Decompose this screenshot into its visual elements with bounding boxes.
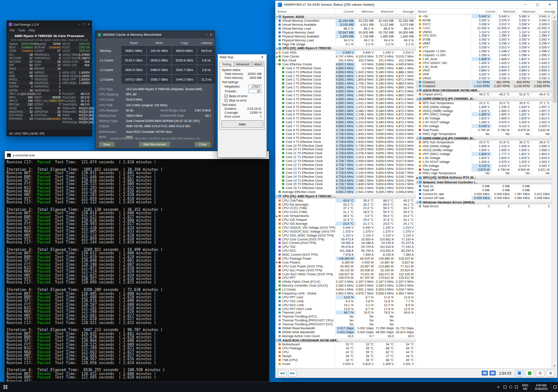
zentimings-titlebar[interactable]: ZenTimings 1.2.9 ─ ▢ ✕ [7,21,92,28]
sensor-row[interactable]: ▶Core Clocks4,747.4 MHz4,100.6 MHz5,757.… [276,54,415,58]
sensor-row[interactable]: Core 4 T0 Effective Clock4,655.1 MHz1,94… [276,97,415,101]
sensor-row[interactable]: Core 0 T0 Effective Clock4,669.9 MHz0.0 … [276,66,415,70]
tab-about[interactable]: About [252,62,264,66]
sensor-row[interactable]: 1.8V_RUN1.814 V1.814 V1.814 V1.814 V [416,65,551,69]
sensor-row[interactable]: VDD (SWA) Voltage1.605 V1.215 V1.605 V1.… [416,144,551,148]
sensor-row[interactable]: CPU IOD Hotspot31.5 °C29.0 °C37.8 °C34.1… [276,218,415,222]
minimize-button[interactable]: ─ [78,23,80,26]
sensor-row[interactable]: Total Errors0000 [416,204,551,208]
hwinfo-section[interactable]: ▼ASUS ROG CROSSHAIR X670E HER... [276,338,415,343]
settings-button[interactable]: ⚙ [536,370,544,377]
sensor-row[interactable]: Total DL0 MB0 MB0 MB [416,184,551,188]
sensor-row[interactable]: Thermal Throttling (HTC)NoNoNo [276,314,415,318]
sensor-row[interactable]: ▶L3 Clocks4,644.1 MHz4,591.1 MHz5,593.9 … [276,287,415,291]
hwinfo-section[interactable]: ▼DDR5 DIMM [#1] (P0 CHANNEL A/... [416,96,551,101]
sensor-row[interactable]: CPU TDC Limit9.9 %3.8 %11.8 %7.7 % [276,299,415,303]
sensor-row[interactable]: Physical Memory Load94.3 %94.1 %94.4 %94… [276,38,415,42]
hwinfo-titlebar[interactable]: HWiNFO64 v7.34-4930 Sensor Status [255 v… [276,1,557,9]
sensor-row[interactable]: Infinity Fabric Clock (FCLK)2,167.0 MHz2… [276,280,415,284]
sensor-row[interactable]: CPU PPT FAST Limit13.6 %8.7 %17.6 %12.6 … [276,307,415,311]
sensor-row[interactable]: Total Power0.750 W0.750 W6.875 W3.610 W [416,128,551,132]
tray-icon-1[interactable] [504,385,507,389]
sensor-row[interactable]: VIN102.032 V2.032 V2.032 V2.032 V [416,76,551,80]
sensor-row[interactable]: Average Active Core Count16.09.716.016.0 [276,334,415,338]
sensor-row[interactable]: CPU Core Current (SVI3 TFN)99.473 A29.50… [276,237,415,241]
sensor-row[interactable]: CPU PPT136.079 W87.202 W175.612 W125.512… [276,276,415,280]
sensor-row[interactable]: Core 12 T1 Effective Clock4,728.7 MHz3,1… [276,163,415,167]
sensor-row[interactable]: PMIC High TemperatureNoNoNoNo [416,171,551,175]
sensor-row[interactable]: Core 5 T0 Effective Clock4,655.2 MHz2,07… [276,105,415,109]
close-button[interactable]: ✕ [260,55,265,59]
sensor-row[interactable]: SPD Hub Temperature22.0 °C21.8 °C30.3 °C… [416,140,551,144]
sensor-row[interactable]: CPU Die (average)43.3 °C35.2 °C69.9 °C44… [276,203,415,206]
hwinfo-section-collapsed[interactable]: ▶GPU [#0]: NVIDIA GeForce RTX 30... [416,175,551,180]
sensor-row[interactable]: Core 2 T1 Effective Clock4,655.1 MHz1,77… [276,85,415,89]
sensor-row[interactable]: VIN Voltage5.110 V4.410 V5.110 V4.942 V [416,164,551,168]
hwinfo-section[interactable]: ▼Windows Hardware Errors (WHEA) [416,200,551,205]
close-button[interactable]: ✕ [210,33,212,37]
sensor-row[interactable]: DRAM Read Bandwidth0.017 Gbps0.002 Gbps7… [276,326,415,330]
ramtest-titlebar[interactable]: RAM Test ✕ [218,54,266,61]
sensor-row[interactable]: +5V5.040 V5.040 V5.080 V5.041 V [416,14,551,18]
sensor-row[interactable]: ▶Core VIDs0.945 V0.940 V1.240 V1.014 V [276,51,415,54]
tab-testing[interactable]: Testing [220,62,234,66]
sensor-row[interactable]: Core 11 T1 Effective Clock4,728.8 MHz3,3… [276,155,415,159]
tab-advanced[interactable]: Advanced [234,62,252,66]
sensor-row[interactable]: Core 6 T0 Effective Clock4,655.3 MHz2,10… [276,112,415,116]
sensor-row[interactable]: Core 3 T1 Effective Clock4,655.1 MHz1,90… [276,93,415,97]
sensor-row[interactable]: VBAT3.296 V3.296 V3.296 V3.296 V [416,41,551,45]
stop-on-error-checkbox[interactable]: ✓ [225,99,228,102]
sensor-row[interactable]: Total Power0.875 W0.750 W6.500 W3.621 W [416,168,551,172]
hwinfo-section[interactable]: ▼CPU [#0]: AMD Ryzen 9 7950X3D [276,46,415,51]
sensor-row[interactable]: Motherboard33 °C33 °C34 °C34 °C [276,342,415,346]
sensor-row[interactable]: CPU EDC101.308 A50.750 A123.500 A83.292 … [276,249,415,253]
sensor-row[interactable]: Memory Controller Clock (UCLK)3,300.0 MH… [276,284,415,287]
sensor-row[interactable]: Vcore0.924 V0.815 V1.305 V1.001 V [276,362,415,366]
hwinfo-scrollbar[interactable]: ▲ ▼ [551,14,557,368]
sensor-row[interactable]: ▶Core Temperatures38.0 °C0.0 °C69.4 °C34… [276,214,415,218]
megabytes-input[interactable]: 27627 [248,84,262,88]
forward-button[interactable]: ▶▶ [288,370,297,377]
sensor-row[interactable]: CPU Core Power (SVI3 TFN)93.902 W34.567 … [276,264,415,268]
start-button[interactable] [3,385,7,389]
sensor-row[interactable]: MISC Current (SVI3 TFN)7.678 A7.690 A8.1… [276,253,415,257]
sensor-row[interactable]: Core 4 T1 Effective Clock4,655.2 MHz2,01… [276,101,415,105]
sensor-row[interactable]: VDD (SWA) Voltage1.605 V1.230 V1.620 V1.… [416,105,551,109]
sensor-row[interactable]: +12V12.092 V12.000 V12.096 V12.092 V [416,26,551,30]
sensor-row[interactable]: Core 15 T1 Effective Clock4,728.6 MHz2,5… [276,186,415,190]
sensor-row[interactable]: CPU CCD2 (Tdie)41.1 °C18.5 °C54.9 °C34.9… [276,210,415,214]
sensor-row[interactable]: CPU IOD Average23.5 °C22.3 °C25.5 °C24.1… [276,222,415,226]
sensor-row[interactable]: Core 14 T1 Effective Clock4,728.6 MHz2,9… [276,179,415,182]
sensor-row[interactable]: Core 10 T0 Effective Clock4,728.8 MHz2,7… [276,144,415,148]
sensor-row[interactable]: Core 9 T1 Effective Clock4,728.8 MHz2,81… [276,140,415,144]
close-benchmark-button[interactable]: Close [194,142,211,147]
tray-icon-2[interactable] [509,385,512,389]
sensor-row[interactable]: PMIC High TemperatureNoNoNoNo [416,132,551,136]
tray-expand-icon[interactable]: ∧ [494,385,502,389]
minimize-button[interactable]: ─ [205,33,208,36]
hwinfo-section[interactable]: ▼DDR5 DIMM [#3] (P0 CHANNEL B/... [416,136,551,141]
sensor-row[interactable]: Core 13 T1 Effective Clock4,728.6 MHz2,1… [276,171,415,175]
maximize-button[interactable]: ▢ [532,3,543,7]
sensor-row[interactable]: Current UP rate0.000 KB/s0.000 KB/s2.960… [416,196,551,200]
sensor-row[interactable]: 3VCC3.328 V3.312 V3.328 V3.328 V [416,22,551,26]
aida64-titlebar[interactable]: AIDA64 Cache & Memory Benchmark ─ ✕ [95,31,214,38]
sensor-row[interactable]: Current DL rate0.000 KB/s0.000 KB/s7.357… [416,192,551,196]
scroll-down-icon[interactable]: ▼ [553,363,556,368]
sensor-row[interactable]: Core 8 T0 Effective Clock4,728.9 MHz2,59… [276,128,415,132]
sensor-row[interactable]: SPD Hub Temperature22.3 °C22.0 °C30.5 °C… [416,101,551,105]
sensor-row[interactable]: Thermal Throttling (PROCHOT CPU)NoNoNo [276,318,415,322]
sensor-row[interactable]: VDDQ (SWB) Voltage1.515 V1.500 V1.590 V1… [416,109,551,113]
sensor-row[interactable]: Total UP0 MB0 MB0 MB [416,188,551,192]
sensor-row[interactable]: Core 10 T1 Effective Clock4,728.8 MHz3,1… [276,148,415,152]
menu-file[interactable]: File [10,29,14,32]
sensor-row[interactable]: Thermal Throttling (PROCHOT EXT)NoNoNo [276,322,415,326]
sensor-row[interactable]: Average Effective Clock4,692.2 MHz2,541.… [276,190,415,194]
sensor-row[interactable]: Core 7 T1 Effective Clock4,655.0 MHz2,26… [276,124,415,128]
sensor-row[interactable]: CPU CCD1 (Tdie)37.1 °C21.0 °C54.3 °C34.2… [276,206,415,210]
sensor-row[interactable]: Core 1 T1 Effective Clock4,655.1 MHz1,80… [276,78,415,81]
beep-on-error-checkbox[interactable]: ✓ [225,95,228,98]
ycruncher-console[interactable]: Running C17: Passed Test Time: 121.074 s… [5,159,269,382]
scrollbar-thumb[interactable] [553,20,557,103]
sensor-row[interactable]: Core 12 T0 Effective Clock4,728.7 MHz2,9… [276,159,415,163]
